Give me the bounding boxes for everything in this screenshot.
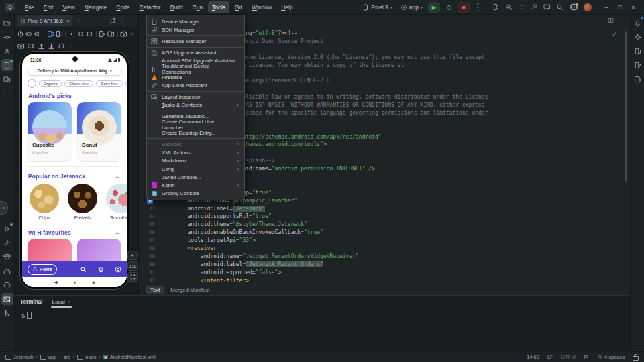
- device-screen[interactable]: 11:36 Delivery to 1600 Amphitheater Way …: [22, 54, 127, 287]
- tool-notifications-button[interactable]: [631, 17, 643, 29]
- device-selector[interactable]: Pixel 9 ▾: [360, 3, 395, 12]
- kebab-icon[interactable]: ⋮: [66, 42, 76, 50]
- menu-item-troubleshoot-device-connections[interactable]: Troubleshoot Device Connections: [147, 65, 244, 73]
- menu-item-tasks-contexts[interactable]: Tasks & Contexts›: [147, 101, 244, 109]
- tool-problems-button[interactable]: [1, 279, 13, 291]
- code-line-25[interactable]: 25 android:theme="@style/Theme.Jetsnack": [139, 221, 623, 229]
- snack-circle-chips[interactable]: Chips: [29, 184, 60, 220]
- zoom-in-button[interactable]: +: [127, 251, 138, 260]
- code-line-29[interactable]: 29 android:name=".widget.RecentOrdersWid…: [139, 253, 623, 261]
- settings-gear-icon[interactable]: ⚙: [568, 2, 580, 13]
- tool-running-devices-button[interactable]: [1, 59, 13, 71]
- nav-home-button[interactable]: HOME: [28, 264, 57, 275]
- menu-view[interactable]: View: [58, 1, 78, 13]
- fold-out-icon[interactable]: [55, 29, 63, 38]
- camera-icon[interactable]: [16, 42, 25, 50]
- arrow-icon[interactable]: ←: [115, 229, 121, 236]
- nav-profile-icon[interactable]: [115, 266, 121, 273]
- menu-item-jshell-console[interactable]: JShell Console...: [147, 173, 244, 181]
- upload-icon[interactable]: [36, 42, 46, 50]
- indent-widget[interactable]: 4 spaces: [597, 354, 625, 360]
- menu-item-device-manager[interactable]: Device Manager: [147, 17, 244, 25]
- menu-code[interactable]: Code: [112, 1, 133, 13]
- panel-options-kebab-icon[interactable]: ⋮: [119, 17, 125, 24]
- download-icon[interactable]: [46, 42, 56, 50]
- maximize-button[interactable]: □: [613, 1, 627, 13]
- snack-circle-pretzels[interactable]: Pretzels: [67, 184, 98, 220]
- tool-profiler-button[interactable]: [1, 265, 13, 277]
- breadcrumb-app[interactable]: app: [40, 354, 57, 360]
- profiler-drop-icon[interactable]: [443, 2, 455, 13]
- tool-version-control-button[interactable]: [1, 307, 13, 319]
- inspections-ok-icon[interactable]: ✓: [612, 31, 617, 38]
- check-icon[interactable]: ✓: [129, 29, 137, 38]
- menu-file[interactable]: File: [21, 1, 38, 13]
- delivery-address-pill[interactable]: Delivery to 1600 Amphitheater Way ▾: [28, 66, 121, 75]
- manifest-tab-merged-manifest[interactable]: Merged Manifest: [166, 286, 214, 294]
- ai-assistant-icon[interactable]: [541, 2, 553, 13]
- menu-item-groovy-console[interactable]: GGroovy Console: [147, 190, 244, 198]
- terminal-tab-local[interactable]: Local ×: [51, 296, 72, 308]
- manifest-tab-text[interactable]: Text: [146, 286, 164, 294]
- code-line-26[interactable]: 26 android:enableOnBackInvokedCallback="…: [139, 229, 623, 237]
- caret-position-widget[interactable]: 14:69: [527, 354, 539, 360]
- filter-chip-dairy-free[interactable]: Dairy-free: [96, 80, 122, 87]
- code-line-27[interactable]: 27 tools:targetApi="33">: [139, 237, 623, 245]
- minimize-button[interactable]: –: [600, 1, 613, 13]
- tool-gemini-assistant-button[interactable]: [631, 31, 643, 43]
- editor-scrollbar[interactable]: [625, 31, 627, 182]
- menu-item-app-links-assistant[interactable]: App Links Assistant: [147, 81, 244, 89]
- snapshot-settings-icon[interactable]: [120, 29, 128, 38]
- filter-chip-gluten-free[interactable]: Gluten-free: [64, 80, 93, 87]
- menu-tools[interactable]: Tools: [208, 1, 229, 13]
- run-button[interactable]: ▶: [428, 2, 440, 13]
- stop-button[interactable]: ■: [458, 2, 470, 13]
- menu-edit[interactable]: Edit: [40, 1, 58, 13]
- fold-in-icon[interactable]: [46, 29, 54, 38]
- menu-item-firebase[interactable]: Firebase: [147, 73, 244, 81]
- tool-pull-requests-button[interactable]: [1, 45, 13, 57]
- code-line-28[interactable]: 28 <receiver: [139, 245, 623, 253]
- zoom-actual-size-button[interactable]: 1:1: [127, 261, 138, 271]
- add-device-tab-button[interactable]: +: [76, 17, 80, 25]
- menu-window[interactable]: Window: [248, 1, 276, 13]
- nav-search-icon[interactable]: [80, 266, 87, 273]
- filter-chip-organic[interactable]: Organic: [39, 80, 62, 87]
- nav-overview-icon[interactable]: [86, 29, 94, 38]
- hide-panel-icon[interactable]: —: [129, 17, 135, 24]
- close-tab-icon[interactable]: ×: [68, 299, 71, 305]
- device-group-icon[interactable]: [107, 29, 115, 38]
- encoding-widget[interactable]: UTF-8: [561, 354, 576, 360]
- snack-card-cupcake[interactable]: Cupcake A tag line: [28, 102, 72, 161]
- menu-item-layout-inspector[interactable]: Layout Inspector: [147, 93, 244, 101]
- search-actions-icon[interactable]: A: [503, 2, 515, 13]
- menu-help[interactable]: Help: [277, 1, 297, 13]
- breadcrumb-src[interactable]: src: [64, 354, 70, 360]
- android-home-button[interactable]: ●: [74, 280, 76, 284]
- tool-terminal-button[interactable]: [1, 293, 13, 305]
- user-avatar[interactable]: [584, 3, 592, 11]
- menu-item-sdk-manager[interactable]: SDK Manager: [147, 25, 244, 34]
- menu-item-kotlin[interactable]: Kotlin›: [147, 181, 244, 189]
- nav-back-icon[interactable]: [68, 29, 76, 38]
- zoom-to-fit-button[interactable]: [127, 272, 138, 282]
- device-tab-pixel9[interactable]: Pixel 9 API 36.0 ×: [17, 15, 72, 26]
- tool-gemini-button[interactable]: [1, 251, 13, 263]
- volume-up-icon[interactable]: [25, 29, 33, 38]
- menu-item-create-command-line-launcher[interactable]: Create Command Line Launcher...: [147, 121, 244, 129]
- run-configuration-selector[interactable]: app ▾: [398, 3, 425, 12]
- menu-item-agp-upgrade-assistant[interactable]: AGP Upgrade Assistant...: [147, 49, 244, 57]
- tool-device-manager-button[interactable]: [1, 73, 13, 85]
- screen-record-icon[interactable]: [26, 42, 36, 50]
- breadcrumb-main[interactable]: main: [77, 354, 96, 360]
- tool-run-button[interactable]: [1, 223, 13, 235]
- power-icon[interactable]: [16, 29, 24, 38]
- tool-project-button[interactable]: [1, 17, 13, 29]
- android-overview-button[interactable]: ■: [93, 280, 95, 284]
- device-pair-icon[interactable]: [490, 2, 502, 13]
- menu-item-cling[interactable]: Cling›: [147, 165, 244, 173]
- tool-logcat-button[interactable]: [631, 59, 643, 71]
- menu-run[interactable]: Run: [189, 1, 207, 13]
- snack-circle-smoothies[interactable]: Smoothies: [105, 184, 127, 220]
- filter-icon[interactable]: [28, 79, 36, 88]
